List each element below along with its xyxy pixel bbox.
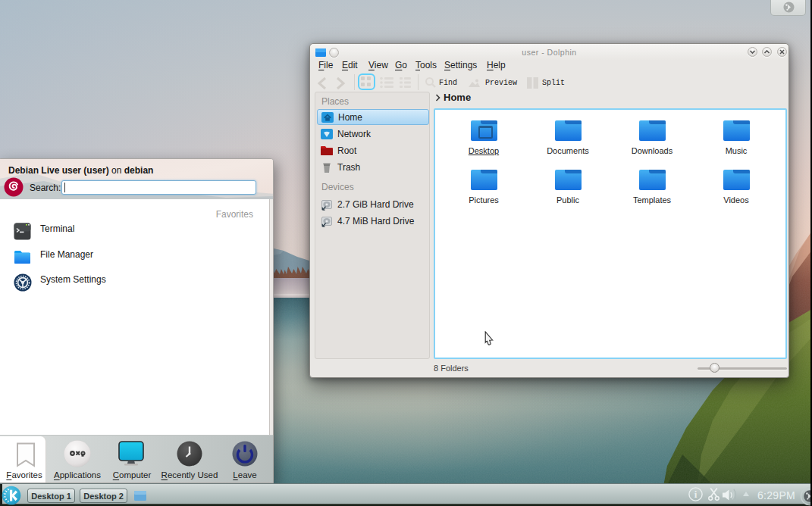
svg-text:i: i [694,489,698,500]
